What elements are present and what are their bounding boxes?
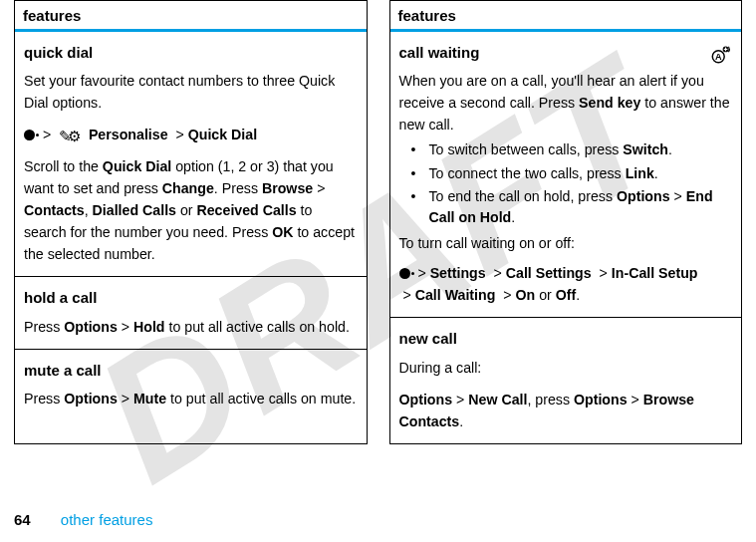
t: to put all active calls on hold. [165,319,350,335]
t: > [402,287,410,303]
mute-call-heading: mute a call [24,359,358,382]
t: Link [626,165,654,181]
mute-call-cell: mute a call Press Options > Mute to put … [15,350,367,420]
t: Press [24,391,64,406]
call-waiting-heading: call waiting A [399,41,733,64]
t: Options [617,188,670,204]
features-header-left: features [15,1,367,32]
t: call waiting [399,44,480,61]
new-call-path: Options > New Call, press Options > Brow… [399,389,733,432]
t: To connect the two calls, press [429,165,626,181]
t: Received Calls [196,202,296,218]
t: Scroll to the [24,158,103,174]
t: Mute [133,391,166,406]
t: > [122,391,129,406]
t: Browse [262,180,313,196]
nav-key-icon [399,268,410,279]
t: OK [272,224,293,240]
t: On [516,287,536,303]
t: New Call [468,392,527,407]
nav-key-icon [24,130,35,140]
t: To end the call on hold, press [429,188,618,204]
t: Call Waiting [415,287,496,303]
t: , press [527,392,574,407]
quick-dial-path: > ✎⚙ Personalise > Quick Dial [24,124,358,145]
t: Change [162,180,214,196]
quick-dial-intro: Set your favourite contact numbers to th… [24,70,358,114]
hold-call-heading: hold a call [24,286,358,309]
t: Send key [579,95,640,111]
t: Contacts [24,202,85,218]
quick-dial-heading: quick dial [24,41,358,64]
list-item: To switch between calls, press Switch. [411,139,733,160]
t: > [417,265,425,281]
t: Switch [623,141,668,157]
t: . Press [214,180,262,196]
call-waiting-list: To switch between calls, press Switch. T… [399,139,733,228]
t: or [535,287,556,303]
t: Dialled Calls [93,202,176,218]
t: Press [24,319,64,335]
t: > [503,287,511,303]
t: To switch between calls, press [429,141,624,157]
t: Settings [430,265,486,281]
t: , [85,202,93,218]
call-waiting-intro: When you are on a call, you'll hear an a… [399,70,733,136]
t: or [176,202,197,218]
left-column: features quick dial Set your favourite c… [14,0,368,444]
section-label: other features [61,511,153,528]
personalise-label: Personalise [89,127,168,142]
t: to put all active calls on mute. [166,391,356,406]
call-waiting-path: > Settings > Call Settings > In-Call Set… [399,262,733,306]
content-columns: features quick dial Set your favourite c… [0,0,756,444]
t: Options [64,319,118,335]
t: Options [399,392,453,407]
hold-call-text: Press Options > Hold to put all active c… [24,316,358,338]
t: Options [64,391,118,406]
t: > [631,392,639,407]
t: > [674,188,682,204]
gt: > [43,127,51,142]
t: Call Settings [506,265,592,281]
t: Hold [133,319,165,335]
t: In-Call Setup [612,265,698,281]
call-waiting-toggle-intro: To turn call waiting on or off: [399,232,733,254]
new-call-intro: During a call: [399,357,733,379]
gt: > [175,127,183,142]
t: Options [574,392,628,407]
new-call-cell: new call During a call: Options > New Ca… [390,318,742,442]
right-column: features call waiting A When you are on … [389,0,743,444]
t: > [600,265,608,281]
quick-dial-instructions: Scroll to the Quick Dial option (1, 2 or… [24,155,358,265]
quick-dial-cell: quick dial Set your favourite contact nu… [15,32,367,277]
t: > [317,180,325,196]
svg-text:A: A [715,52,722,62]
t: Off [556,287,577,303]
page-number: 64 [14,511,31,528]
t: > [494,265,502,281]
list-item: To connect the two calls, press Link. [411,163,733,184]
t: Quick Dial [103,158,171,174]
features-header-right: features [390,1,742,32]
t: > [456,392,464,407]
hold-call-cell: hold a call Press Options > Hold to put … [15,277,367,349]
new-call-heading: new call [399,327,733,350]
mute-call-text: Press Options > Mute to put all active c… [24,388,358,409]
call-waiting-cell: call waiting A When you are on a call, y… [390,32,742,318]
personalise-icon: ✎⚙ [59,129,77,143]
quick-dial-label: Quick Dial [188,127,257,142]
t: . [576,287,580,303]
network-feature-icon: A [710,43,732,65]
t: > [122,319,129,335]
list-item: To end the call on hold, press Options >… [411,186,733,229]
page-footer: 64 other features [14,511,152,528]
